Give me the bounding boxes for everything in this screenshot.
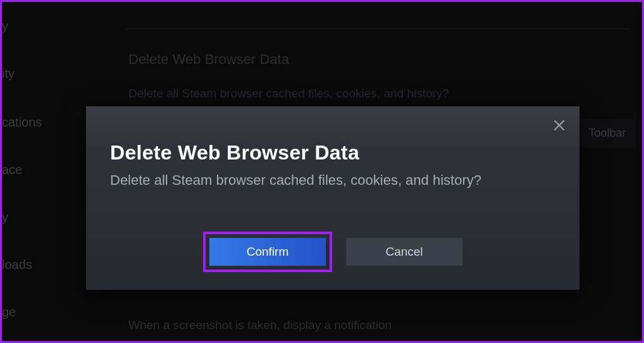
sidebar-item[interactable]: y [2,203,90,232]
close-icon [554,120,565,134]
sidebar-item[interactable]: ace [2,155,90,185]
sidebar: y ity cations ace y loads ge me [2,2,90,341]
sidebar-item[interactable]: cations [2,108,90,137]
dialog-button-row: Confirm Cancel [86,232,579,272]
divider [125,28,629,29]
sidebar-item[interactable]: ge [2,297,90,327]
cancel-wrapper: Cancel [346,232,462,272]
close-button[interactable] [552,119,567,134]
bg-section-heading: Delete Web Browser Data [128,51,289,68]
cancel-button[interactable]: Cancel [346,238,462,266]
toolbar-dropdown[interactable]: Toolbar [579,119,636,147]
confirm-button[interactable]: Confirm [209,238,326,266]
confirm-dialog: Delete Web Browser Data Delete all Steam… [86,106,579,290]
sidebar-item[interactable]: loads [2,250,90,280]
sidebar-item[interactable]: ity [2,59,90,89]
dialog-subtitle: Delete all Steam browser cached files, c… [110,172,481,189]
bg-notification-text: When a screenshot is taken, display a no… [128,318,392,332]
dialog-title: Delete Web Browser Data [110,141,359,165]
highlight-annotation: Confirm [203,232,332,272]
bg-section-subtext: Delete all Steam browser cached files, c… [128,87,449,101]
sidebar-item[interactable]: y [2,11,90,41]
